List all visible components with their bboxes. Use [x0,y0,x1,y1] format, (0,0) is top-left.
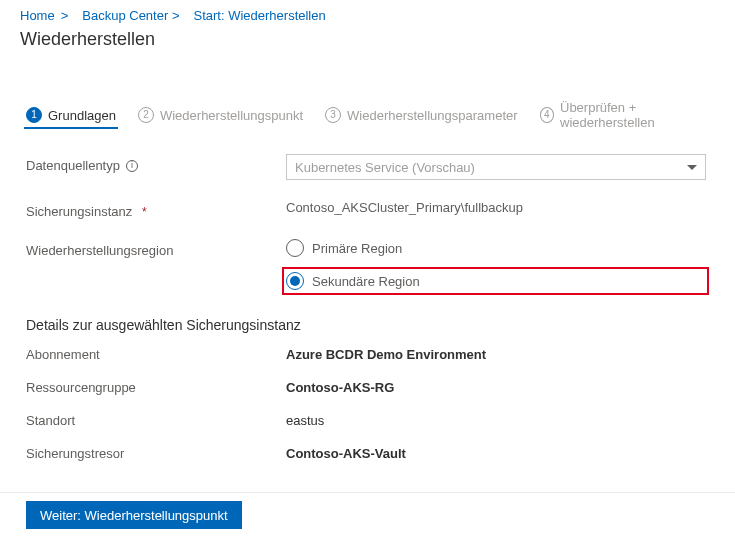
row-backup-instance: Sicherungsinstanz * Contoso_AKSCluster_P… [26,200,709,219]
next-button[interactable]: Weiter: Wiederherstellungspunkt [26,501,242,529]
resource-group-label: Ressourcengruppe [26,380,286,395]
breadcrumb: Home > Backup Center > Start: Wiederhers… [0,0,735,25]
radio-secondary-region[interactable]: Sekundäre Region [286,272,420,290]
step-restore-point-label: Wiederherstellungspunkt [160,108,303,123]
row-datasource-type: Datenquellentyp i Kubernetes Service (Vo… [26,154,709,180]
step-review-label: Überprüfen + wiederherstellen [560,100,715,130]
row-restore-region: Wiederherstellungsregion Primäre Region … [26,239,709,295]
detail-vault: Sicherungstresor Contoso-AKS-Vault [26,446,709,461]
radio-primary-label: Primäre Region [312,241,402,256]
label-text: Datenquellentyp [26,158,120,173]
step-review[interactable]: 4 Überprüfen + wiederherstellen [540,100,715,136]
subscription-label: Abonnement [26,347,286,362]
breadcrumb-start-restore[interactable]: Start: Wiederherstellen [193,8,325,23]
detail-resource-group: Ressourcengruppe Contoso-AKS-RG [26,380,709,395]
form-area: Datenquellentyp i Kubernetes Service (Vo… [0,136,735,461]
info-icon[interactable]: i [126,160,138,172]
subscription-value: Azure BCDR Demo Environment [286,347,486,362]
radio-primary-region[interactable]: Primäre Region [286,239,709,257]
wizard-steps: 1 Grundlagen 2 Wiederherstellungspunkt 3… [0,60,735,136]
step-number-icon: 4 [540,107,554,123]
restore-region-radio-group: Primäre Region Sekundäre Region [286,239,709,295]
radio-secondary-label: Sekundäre Region [312,274,420,289]
radio-icon [286,239,304,257]
step-restore-params[interactable]: 3 Wiederherstellungsparameter [325,107,518,129]
datasource-type-select[interactable]: Kubernetes Service (Vorschau) [286,154,706,180]
step-basics-label: Grundlagen [48,108,116,123]
highlight-box: Sekundäre Region [282,267,709,295]
label-text: Sicherungsinstanz [26,204,132,219]
label-text: Wiederherstellungsregion [26,243,173,258]
detail-location: Standort eastus [26,413,709,428]
chevron-down-icon [687,165,697,170]
vault-label: Sicherungstresor [26,446,286,461]
step-number-icon: 1 [26,107,42,123]
datasource-type-label: Datenquellentyp i [26,154,286,173]
vault-value: Contoso-AKS-Vault [286,446,406,461]
breadcrumb-home[interactable]: Home [20,8,55,23]
page-title: Wiederherstellen [0,25,735,60]
step-number-icon: 3 [325,107,341,123]
resource-group-value: Contoso-AKS-RG [286,380,394,395]
select-value: Kubernetes Service (Vorschau) [295,160,475,175]
backup-instance-value: Contoso_AKSCluster_Primary\fullbackup [286,200,709,215]
step-restore-params-label: Wiederherstellungsparameter [347,108,518,123]
restore-region-label: Wiederherstellungsregion [26,239,286,258]
radio-icon [286,272,304,290]
location-label: Standort [26,413,286,428]
breadcrumb-backup-center[interactable]: Backup Center > [82,8,179,23]
footer: Weiter: Wiederherstellungspunkt [0,492,735,537]
required-icon: * [138,206,150,218]
step-restore-point[interactable]: 2 Wiederherstellungspunkt [138,107,303,129]
step-number-icon: 2 [138,107,154,123]
location-value: eastus [286,413,324,428]
detail-subscription: Abonnement Azure BCDR Demo Environment [26,347,709,362]
backup-instance-label: Sicherungsinstanz * [26,200,286,219]
chevron-right-icon: > [61,8,69,23]
details-heading: Details zur ausgewählten Sicherungsinsta… [26,317,709,333]
step-basics[interactable]: 1 Grundlagen [26,107,116,129]
